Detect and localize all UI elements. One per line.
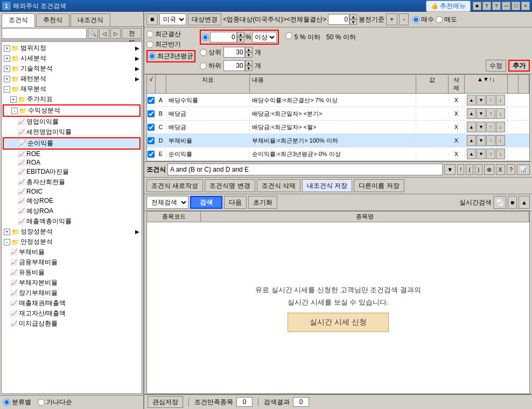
spin-input[interactable] [328, 14, 349, 25]
percent-value-input[interactable] [210, 32, 237, 43]
row-delete-c[interactable]: X [449, 123, 465, 131]
radio-category-input[interactable] [3, 399, 10, 406]
radio-alpha-input[interactable] [38, 399, 45, 406]
tree-item-gross-margin[interactable]: 📈 매출액총이익률 [3, 216, 141, 227]
formula-help[interactable]: ? [507, 164, 515, 175]
help-button[interactable]: ? [492, 2, 501, 10]
move-bottom-d[interactable]: ↓ [496, 135, 505, 146]
recommend-menu-button[interactable]: 👍 추천메뉴 [426, 1, 471, 12]
tree-item-profitability[interactable]: - 📁 수익성분석 [3, 104, 141, 117]
spin-down[interactable]: ▼ [349, 19, 357, 25]
search-reset-button[interactable]: 초기화 [248, 196, 277, 209]
tree-item-technical[interactable]: + 📁 기술적분석 ▶ [3, 64, 141, 74]
target-change-button[interactable]: 대상변경 [188, 13, 221, 25]
move-top-c[interactable]: ↑ [486, 122, 495, 132]
row-delete-e[interactable]: X [449, 150, 465, 158]
maximize-button[interactable]: □ [512, 2, 520, 10]
checkbox-b[interactable] [148, 110, 155, 117]
all-button[interactable]: 전체 [122, 28, 142, 39]
formula-not[interactable]: ! [457, 164, 464, 175]
tree-item-roic[interactable]: 📈 ROIC [3, 187, 141, 196]
move-top-e[interactable]: ↑ [486, 149, 495, 159]
top-value-input[interactable] [223, 47, 245, 58]
radio-half-input[interactable] [146, 41, 153, 48]
rename-condition-button[interactable]: 조건식명 변경 [205, 179, 255, 192]
expand-stability[interactable]: - [4, 239, 10, 245]
move-bottom-c[interactable]: ↓ [496, 122, 505, 132]
move-bottom-b[interactable]: ↓ [496, 108, 505, 119]
country-flag-button[interactable]: ■ [146, 13, 158, 25]
tree-item-range[interactable]: + 📁 범위지정 ▶ [3, 43, 141, 53]
bottom-value-input[interactable] [223, 60, 245, 71]
realtime-stop-button[interactable]: ■ [508, 196, 517, 209]
country-select[interactable]: 미국 [159, 13, 186, 25]
radio-sell[interactable]: 매도 [436, 15, 457, 24]
tree-item-stock-index[interactable]: + 📁 주가지표 [3, 94, 141, 104]
realtime-chart-button[interactable]: 📈 [493, 196, 506, 209]
formula-close-paren[interactable]: ) [475, 164, 482, 175]
tree-item-longterm-debt[interactable]: 📈 장기부채비율 [3, 288, 141, 298]
expand-price[interactable]: + [4, 55, 10, 62]
plus-button[interactable]: + [386, 13, 397, 25]
search-button[interactable]: 🔍 [88, 28, 98, 39]
tab-condition[interactable]: 조건식 [2, 13, 35, 27]
tree-item-receivable-ratio[interactable]: 📈 매출채권/매출액 [3, 298, 141, 308]
bottom-spin-up[interactable]: ▲ [245, 60, 253, 66]
formula-chart[interactable]: 📊 [517, 164, 530, 175]
search-scope-select[interactable]: 전체검색 [146, 196, 188, 209]
save-my-condition-button[interactable]: 내조건식 저장 [302, 179, 352, 192]
formula-dropdown[interactable]: ▼ [444, 164, 456, 175]
radio-buy-input[interactable] [412, 16, 419, 23]
tree-item-ebitda[interactable]: 📈 EBITDA마진율 [3, 167, 141, 177]
radio-top[interactable]: 상위 [200, 48, 221, 57]
move-top-b[interactable]: ↑ [486, 108, 495, 119]
move-down-a[interactable]: ▼ [477, 95, 486, 105]
tree-item-expected-roe[interactable]: 📈 예상ROE [3, 196, 141, 206]
expand-technical[interactable]: + [4, 66, 10, 72]
tree-item-expected-roa[interactable]: 📈 예상ROA [3, 206, 141, 216]
tree-item-roe[interactable]: 📈 ROE [3, 150, 141, 158]
move-up-d[interactable]: ▲ [467, 135, 476, 146]
row-delete-b[interactable]: X [449, 109, 465, 118]
scroll-up-button[interactable]: ▲ [519, 196, 530, 209]
save-as-button[interactable]: 다른이름 저장 [354, 179, 404, 192]
formula-x[interactable]: X [496, 164, 505, 175]
nav-prev-button[interactable]: ◁ [99, 28, 109, 39]
top-spin-down[interactable]: ▼ [245, 52, 253, 58]
expand-financial[interactable]: - [4, 86, 10, 93]
expand-pattern[interactable]: + [4, 76, 10, 82]
radio-by-category[interactable]: 분류별 [3, 398, 31, 407]
move-down-c[interactable]: ▼ [477, 122, 486, 132]
radio-alphabetical[interactable]: 가나다순 [38, 398, 72, 407]
row-delete-d[interactable]: X [449, 136, 465, 145]
tree-item-current-ratio[interactable]: 📈 유동비율 [3, 267, 141, 278]
row-delete-a[interactable]: X [449, 96, 465, 104]
tree-item-payable-ratio[interactable]: 📈 미지급상환률 [3, 319, 141, 329]
radio-bottom[interactable]: 하위 [200, 61, 221, 70]
move-bottom-e[interactable]: ↓ [496, 149, 505, 159]
formula-circle-x[interactable]: ⊗ [484, 164, 494, 175]
radio-below-input[interactable] [285, 32, 292, 39]
radio-3year-avg[interactable]: 최근3년평균 [146, 50, 195, 62]
move-down-b[interactable]: ▼ [477, 108, 486, 119]
tree-item-pattern[interactable]: + 📁 패턴분석 ▶ [3, 74, 141, 84]
search-input[interactable] [2, 28, 87, 39]
new-condition-button[interactable]: 조건식 새로작성 [146, 179, 203, 192]
radio-buy[interactable]: 매수 [412, 15, 434, 24]
move-up-b[interactable]: ▲ [467, 108, 476, 119]
radio-bottom-input[interactable] [200, 62, 207, 69]
delete-condition-button[interactable]: 조건식 삭제 [257, 179, 300, 192]
tree-item-fin-debt[interactable]: 📈 금융부채비율 [3, 257, 141, 267]
tree-item-operating-margin[interactable]: 📈 영업이익률 [3, 117, 141, 127]
pin-button[interactable]: ■ [473, 2, 481, 10]
edit-button[interactable]: 수정 [486, 60, 506, 72]
tree-item-price[interactable]: + 📁 시세분석 ▶ [3, 53, 141, 64]
tree-item-equity-ratio[interactable]: 📈 부채자본비율 [3, 278, 141, 288]
radio-top-input[interactable] [200, 49, 207, 56]
move-top-d[interactable]: ↑ [486, 135, 495, 146]
tree-item-pretax-margin[interactable]: 📈 세전영업이익률 [3, 127, 141, 137]
move-bottom-a[interactable]: ↓ [496, 95, 505, 105]
close-button[interactable]: × [521, 2, 530, 10]
add-button[interactable]: 추가 [508, 60, 530, 72]
minus-button[interactable]: - [399, 13, 409, 25]
